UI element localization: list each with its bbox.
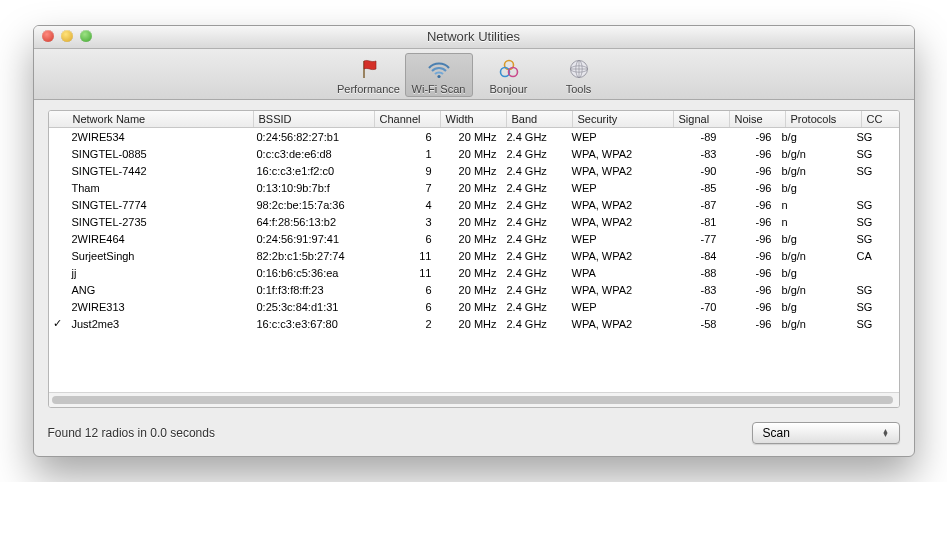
cell-channel: 1 — [372, 148, 437, 160]
bonjour-icon — [495, 56, 523, 82]
table-row[interactable]: Tham0:13:10:9b:7b:f720 MHz2.4 GHzWEP-85-… — [49, 179, 899, 196]
cell-signal: -84 — [667, 250, 722, 262]
tab-label: Tools — [566, 83, 592, 95]
cell-signal: -85 — [667, 182, 722, 194]
cell-width: 20 MHz — [437, 216, 502, 228]
cell-protocols: b/g — [777, 301, 852, 313]
cell-noise: -96 — [722, 148, 777, 160]
tab-performance[interactable]: Performance — [335, 53, 403, 97]
cell-width: 20 MHz — [437, 233, 502, 245]
cell-bssid: 0:16:b6:c5:36:ea — [252, 267, 372, 279]
zoom-button[interactable] — [80, 30, 92, 42]
cell-signal: -77 — [667, 233, 722, 245]
cell-channel: 11 — [372, 267, 437, 279]
cell-network-name: 2WIRE534 — [67, 131, 252, 143]
cell-band: 2.4 GHz — [502, 284, 567, 296]
cell-noise: -96 — [722, 301, 777, 313]
cell-protocols: b/g/n — [777, 318, 852, 330]
table-row[interactable]: 2WIRE4640:24:56:91:97:41620 MHz2.4 GHzWE… — [49, 230, 899, 247]
cell-noise: -96 — [722, 284, 777, 296]
cell-bssid: 64:f:28:56:13:b2 — [252, 216, 372, 228]
cell-security: WPA, WPA2 — [567, 250, 667, 262]
cell-protocols: n — [777, 199, 852, 211]
cell-width: 20 MHz — [437, 148, 502, 160]
table-row[interactable]: jj0:16:b6:c5:36:ea1120 MHz2.4 GHzWPA-88-… — [49, 264, 899, 281]
column-band[interactable]: Band — [507, 111, 573, 127]
cell-band: 2.4 GHz — [502, 199, 567, 211]
cell-signal: -90 — [667, 165, 722, 177]
column-cc[interactable]: CC — [862, 111, 900, 127]
column-bssid[interactable]: BSSID — [254, 111, 375, 127]
scrollbar-thumb[interactable] — [52, 396, 893, 404]
cell-width: 20 MHz — [437, 250, 502, 262]
column-security[interactable]: Security — [573, 111, 674, 127]
cell-protocols: b/g/n — [777, 148, 852, 160]
table-row[interactable]: SINGTEL-08850:c:c3:de:e6:d8120 MHz2.4 GH… — [49, 145, 899, 162]
cell-width: 20 MHz — [437, 284, 502, 296]
column-signal[interactable]: Signal — [674, 111, 730, 127]
cell-noise: -96 — [722, 267, 777, 279]
cell-bssid: 0:24:56:82:27:b1 — [252, 131, 372, 143]
cell-channel: 4 — [372, 199, 437, 211]
cell-noise: -96 — [722, 250, 777, 262]
cell-noise: -96 — [722, 131, 777, 143]
cell-width: 20 MHz — [437, 267, 502, 279]
column-protocols[interactable]: Protocols — [786, 111, 862, 127]
cell-network-name: 2WIRE464 — [67, 233, 252, 245]
cell-security: WPA — [567, 267, 667, 279]
table-body: 2WIRE5340:24:56:82:27:b1620 MHz2.4 GHzWE… — [49, 128, 899, 332]
window: Network Utilities Performance Wi-Fi — [33, 25, 915, 457]
table-row[interactable]: ✓Just2me316:c:c3:e3:67:80220 MHz2.4 GHzW… — [49, 315, 899, 332]
cell-signal: -70 — [667, 301, 722, 313]
tab-label: Bonjour — [490, 83, 528, 95]
cell-protocols: b/g/n — [777, 165, 852, 177]
table-row[interactable]: 2WIRE3130:25:3c:84:d1:31620 MHz2.4 GHzWE… — [49, 298, 899, 315]
horizontal-scrollbar[interactable] — [49, 392, 899, 407]
cell-noise: -96 — [722, 233, 777, 245]
table-row[interactable]: SINGTEL-744216:c:c3:e1:f2:c0920 MHz2.4 G… — [49, 162, 899, 179]
cell-bssid: 0:25:3c:84:d1:31 — [252, 301, 372, 313]
table-row[interactable]: ANG0:1f:f3:f8:ff:23620 MHz2.4 GHzWPA, WP… — [49, 281, 899, 298]
cell-protocols: n — [777, 216, 852, 228]
cell-band: 2.4 GHz — [502, 318, 567, 330]
tab-label: Performance — [337, 83, 400, 95]
wifi-icon — [425, 56, 453, 82]
cell-protocols: b/g/n — [777, 250, 852, 262]
cell-channel: 6 — [372, 131, 437, 143]
cell-cc: SG — [852, 131, 898, 143]
column-channel[interactable]: Channel — [375, 111, 441, 127]
cell-width: 20 MHz — [437, 182, 502, 194]
cell-cc: SG — [852, 284, 898, 296]
cell-security: WPA, WPA2 — [567, 284, 667, 296]
cell-bssid: 98:2c:be:15:7a:36 — [252, 199, 372, 211]
column-network-name[interactable]: Network Name — [68, 111, 254, 127]
cell-channel: 6 — [372, 301, 437, 313]
table-row[interactable]: SurjeetSingh82:2b:c1:5b:27:741120 MHz2.4… — [49, 247, 899, 264]
scan-button[interactable]: Scan ▲▼ — [752, 422, 900, 444]
column-noise[interactable]: Noise — [730, 111, 786, 127]
cell-noise: -96 — [722, 199, 777, 211]
table-header-row: Network Name BSSID Channel Width Band Se… — [49, 111, 899, 128]
cell-network-name: jj — [67, 267, 252, 279]
tab-wifi-scan[interactable]: Wi-Fi Scan — [405, 53, 473, 97]
table-row[interactable]: SINGTEL-273564:f:28:56:13:b2320 MHz2.4 G… — [49, 213, 899, 230]
column-width[interactable]: Width — [441, 111, 507, 127]
svg-point-1 — [437, 75, 440, 78]
cell-band: 2.4 GHz — [502, 165, 567, 177]
cell-channel: 9 — [372, 165, 437, 177]
window-title: Network Utilities — [34, 26, 914, 48]
scan-label: Scan — [763, 426, 790, 440]
flag-icon — [355, 56, 383, 82]
table-row[interactable]: SINGTEL-777498:2c:be:15:7a:36420 MHz2.4 … — [49, 196, 899, 213]
close-button[interactable] — [42, 30, 54, 42]
cell-protocols: b/g — [777, 131, 852, 143]
cell-network-name: SINGTEL-0885 — [67, 148, 252, 160]
tab-tools[interactable]: Tools — [545, 53, 613, 97]
table-row[interactable]: 2WIRE5340:24:56:82:27:b1620 MHz2.4 GHzWE… — [49, 128, 899, 145]
cell-width: 20 MHz — [437, 301, 502, 313]
minimize-button[interactable] — [61, 30, 73, 42]
cell-bssid: 16:c:c3:e3:67:80 — [252, 318, 372, 330]
cell-noise: -96 — [722, 318, 777, 330]
cell-signal: -81 — [667, 216, 722, 228]
tab-bonjour[interactable]: Bonjour — [475, 53, 543, 97]
